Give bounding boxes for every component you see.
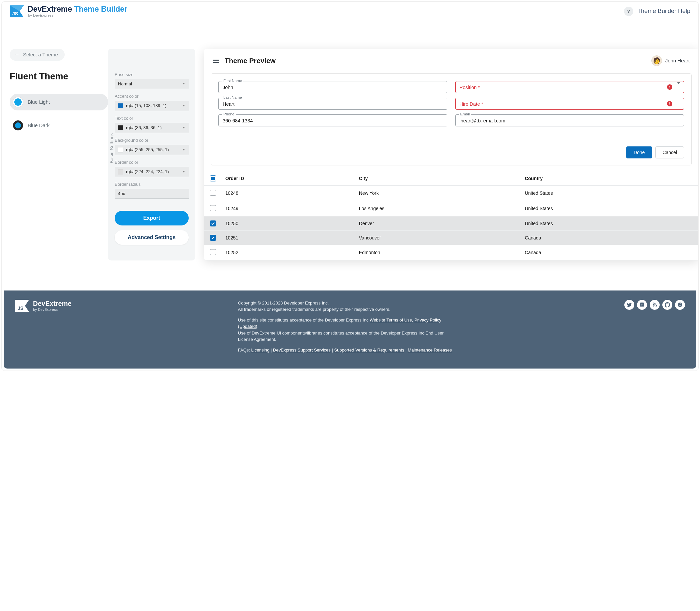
footer-brand[interactable]: JS DevExtreme by DevExpress — [15, 300, 72, 312]
first-name-field[interactable]: First Name — [218, 81, 447, 93]
error-icon: ! — [667, 84, 672, 90]
chevron-down-icon[interactable] — [677, 84, 680, 90]
accent-color-select[interactable]: rgba(15, 108, 189, 1) ▼ — [115, 101, 189, 111]
hire-date-field[interactable]: ! — [455, 98, 684, 110]
footer-link[interactable]: Supported Versions & Requirements — [334, 347, 404, 353]
svg-text:JS: JS — [18, 306, 23, 311]
cell-country: United States — [520, 185, 698, 201]
footer-text: Copyright © 2011-2023 Developer Express … — [238, 300, 458, 358]
row-checkbox[interactable] — [210, 249, 216, 255]
email-input[interactable] — [456, 115, 684, 126]
cell-city: Edmonton — [354, 245, 520, 260]
footer-link[interactable]: DevExpress Support Services — [273, 347, 331, 353]
menu-icon[interactable] — [213, 59, 219, 63]
rss-icon[interactable] — [650, 300, 660, 310]
setting-label: Text color — [115, 116, 189, 121]
base-size-select[interactable]: Normal ▼ — [115, 79, 189, 89]
table-row[interactable]: 10248New YorkUnited States — [204, 185, 698, 201]
cancel-button[interactable]: Cancel — [655, 146, 684, 159]
row-checkbox[interactable] — [210, 235, 216, 241]
border-color-select[interactable]: rgba(224, 224, 224, 1) ▼ — [115, 167, 189, 177]
phone-field[interactable]: Phone — [218, 115, 447, 126]
footer-link[interactable]: Licensing — [251, 347, 270, 353]
advanced-settings-button[interactable]: Advanced Settings — [115, 230, 189, 245]
help-icon[interactable]: ? — [624, 7, 633, 16]
youtube-icon[interactable] — [637, 300, 647, 310]
theme-option-blue-dark[interactable]: Blue Dark — [10, 117, 108, 134]
export-button[interactable]: Export — [115, 211, 189, 225]
border-radius-input[interactable]: 4px — [115, 189, 189, 199]
user-name: John Heart — [665, 58, 690, 63]
cell-city: Vancouver — [354, 230, 520, 245]
field-label: Last Name — [222, 95, 243, 99]
setting-label: Border radius — [115, 182, 189, 187]
color-chip-icon — [118, 125, 123, 130]
preview-card: Theme Preview 🧑 John Heart First Name ! — [204, 49, 698, 260]
footer-link[interactable]: Website Terms of Use — [370, 317, 412, 323]
app-header: JS DevExtreme Theme Builder by DevExpres… — [2, 2, 698, 22]
setting-label: Border color — [115, 160, 189, 165]
footer: JS DevExtreme by DevExpress Copyright © … — [4, 290, 696, 369]
done-button[interactable]: Done — [626, 146, 652, 159]
help-link[interactable]: Theme Builder Help — [637, 8, 690, 15]
settings-panel: Basic Settings Base size Normal ▼ Accent… — [108, 49, 195, 260]
first-name-input[interactable] — [219, 81, 447, 93]
table-row[interactable]: 10251VancouverCanada — [204, 230, 698, 245]
theme-option-label: Blue Dark — [28, 122, 50, 128]
chevron-down-icon: ▼ — [182, 104, 185, 107]
last-name-field[interactable]: Last Name — [218, 98, 447, 110]
twitter-icon[interactable] — [624, 300, 634, 310]
brand-logo-icon: JS — [10, 5, 24, 17]
column-header[interactable]: Order ID — [220, 172, 354, 186]
color-chip-icon — [118, 103, 123, 108]
select-all-checkbox[interactable] — [210, 176, 216, 181]
swatch-icon — [13, 97, 23, 107]
phone-input[interactable] — [219, 115, 447, 126]
back-label: Select a Theme — [23, 52, 58, 57]
github-icon[interactable] — [662, 300, 672, 310]
page-title: Fluent Theme — [10, 71, 108, 82]
table-row[interactable]: 10250DenverUnited States — [204, 216, 698, 230]
position-input[interactable] — [456, 81, 684, 93]
theme-option-blue-light[interactable]: Blue Light — [10, 94, 108, 110]
brand[interactable]: JS DevExtreme Theme Builder by DevExpres… — [10, 5, 127, 18]
setting-label: Base size — [115, 72, 189, 77]
cell-order-id: 10250 — [220, 216, 354, 230]
settings-panel-title: Basic Settings — [109, 133, 114, 163]
last-name-input[interactable] — [219, 98, 447, 109]
table-row[interactable]: 10249Los AngelesUnited States — [204, 201, 698, 216]
calendar-icon[interactable] — [680, 101, 680, 107]
hire-date-input[interactable] — [456, 98, 684, 109]
background-color-select[interactable]: rgba(255, 255, 255, 1) ▼ — [115, 145, 189, 155]
facebook-icon[interactable] — [675, 300, 685, 310]
cell-country: United States — [520, 201, 698, 216]
text-color-select[interactable]: rgba(36, 36, 36, 1) ▼ — [115, 123, 189, 133]
position-field[interactable]: ! — [455, 81, 684, 93]
cell-city: Los Angeles — [354, 201, 520, 216]
field-label: Email — [459, 112, 471, 116]
cell-country: Canada — [520, 245, 698, 260]
brand-title: DevExtreme Theme Builder — [28, 5, 127, 13]
row-checkbox[interactable] — [210, 205, 216, 211]
setting-label: Accent color — [115, 94, 189, 99]
color-chip-icon — [118, 147, 123, 152]
table-row[interactable]: 10252EdmontonCanada — [204, 245, 698, 260]
error-icon: ! — [667, 101, 672, 106]
chevron-down-icon: ▼ — [182, 126, 185, 130]
back-button[interactable]: ← Select a Theme — [10, 49, 65, 61]
form-card: First Name ! Last Name ! — [211, 73, 692, 165]
column-header[interactable]: City — [354, 172, 520, 186]
color-chip-icon — [118, 169, 123, 175]
avatar[interactable]: 🧑 — [651, 55, 662, 66]
cell-order-id: 10249 — [220, 201, 354, 216]
field-label: First Name — [222, 79, 243, 83]
cell-city: Denver — [354, 216, 520, 230]
swatch-icon — [13, 120, 23, 130]
cell-country: United States — [520, 216, 698, 230]
row-checkbox[interactable] — [210, 221, 216, 226]
column-header[interactable]: Country — [520, 172, 698, 186]
email-field[interactable]: Email — [455, 115, 684, 126]
row-checkbox[interactable] — [210, 190, 216, 196]
field-label: Phone — [222, 112, 236, 116]
footer-link[interactable]: Maintenance Releases — [408, 347, 452, 353]
